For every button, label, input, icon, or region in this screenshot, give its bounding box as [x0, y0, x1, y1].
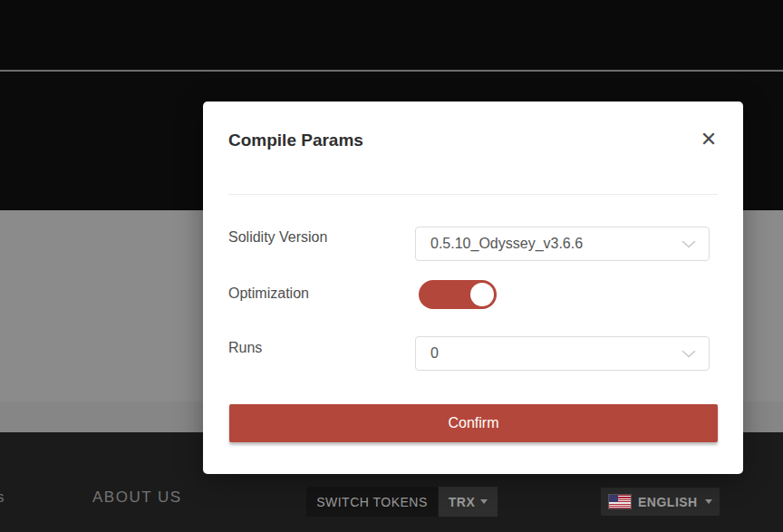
token-selector-dropdown[interactable]: TRX: [439, 487, 498, 517]
switch-tokens-label: SWITCH TOKENS: [306, 487, 438, 517]
close-icon[interactable]: ✕: [696, 127, 721, 152]
chevron-down-icon: [682, 350, 696, 358]
modal-header-divider: [228, 194, 718, 195]
language-selector-value: ENGLISH: [638, 495, 698, 509]
runs-value: 0: [430, 345, 682, 362]
caret-down-icon: [705, 499, 712, 504]
solidity-version-select[interactable]: 0.5.10_Odyssey_v3.6.6: [415, 227, 710, 261]
chevron-down-icon: [682, 240, 696, 248]
switch-tokens-text: SWITCH TOKENS: [316, 495, 428, 509]
footer-link-about-us[interactable]: ABOUT US: [92, 488, 182, 507]
token-selector-value: TRX: [449, 495, 476, 509]
solidity-version-value: 0.5.10_Odyssey_v3.6.6: [430, 236, 682, 252]
runs-select[interactable]: 0: [415, 336, 710, 371]
optimization-toggle[interactable]: [419, 280, 497, 309]
confirm-button[interactable]: Confirm: [229, 404, 718, 442]
optimization-label: Optimization: [228, 285, 309, 302]
footer-partial-text: s: [0, 488, 5, 507]
compile-params-modal: Compile Params ✕ Solidity Version 0.5.10…: [203, 102, 743, 474]
solidity-version-label: Solidity Version: [228, 229, 327, 246]
us-flag-icon: [609, 495, 631, 508]
toggle-knob: [470, 283, 494, 306]
language-selector-dropdown[interactable]: ENGLISH: [601, 488, 720, 516]
page-root: s ABOUT US SWITCH TOKENS TRX ENGLISH Com…: [0, 0, 783, 532]
caret-down-icon: [480, 499, 488, 504]
modal-title: Compile Params: [228, 131, 363, 150]
runs-label: Runs: [228, 340, 262, 356]
hero-background-top: [0, 0, 783, 70]
